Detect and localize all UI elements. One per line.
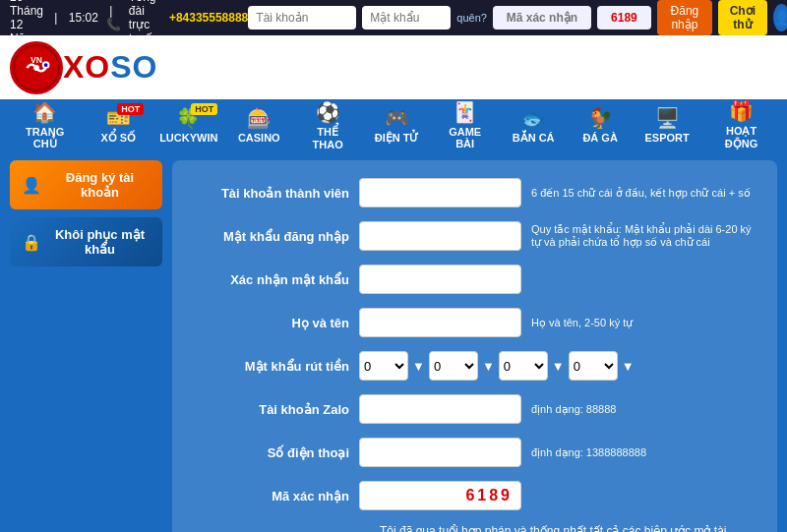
- nav-item-banca[interactable]: 🐟 BẮN CÁ: [500, 99, 567, 150]
- withdraw-password-label: Mật khẩu rút tiền: [192, 359, 349, 374]
- nav-label-esport: ESPORT: [645, 132, 690, 144]
- withdraw-digit-3[interactable]: 0123456789: [499, 351, 548, 381]
- zalo-field[interactable]: [359, 394, 521, 424]
- login-button[interactable]: Đăng nhập: [657, 0, 712, 35]
- confirm-password-row: Xác nhận mật khẩu: [192, 265, 757, 294]
- play-button[interactable]: Chơi thử: [718, 0, 767, 35]
- recover-sidebar-label: Khôi phục mật khẩu: [49, 227, 151, 257]
- time-display: 15:02: [69, 11, 98, 25]
- lock-icon: 🔒: [22, 233, 41, 252]
- nav-item-dientu[interactable]: 🎮 ĐIỆN TỬ: [363, 99, 430, 150]
- svg-point-2: [33, 65, 39, 71]
- sidebar: 👤 Đăng ký tài khoản 🔒 Khôi phục mật khẩu: [10, 160, 162, 532]
- logo-area: VN XOSO: [10, 41, 157, 94]
- nav-item-casino[interactable]: 🎰 CASINO: [225, 99, 292, 150]
- username-field[interactable]: [359, 178, 521, 207]
- terms-label: Tôi đã qua tuổi hợp pháp và thống nhất t…: [380, 524, 757, 532]
- withdraw-digit-4[interactable]: 0123456789: [569, 351, 618, 381]
- username-hint: 6 đến 15 chữ cái ở đầu, kết hợp chữ cái …: [531, 187, 757, 200]
- captcha-input-top[interactable]: [493, 6, 591, 30]
- nav-item-trangchu[interactable]: 🏠 TRANG CHỦ: [5, 99, 85, 150]
- nav-label-dientu: ĐIỆN TỬ: [375, 132, 419, 145]
- zalo-hint: định dạng: 88888: [531, 403, 757, 416]
- phone-label: Số điện thoại: [192, 445, 349, 460]
- banca-icon: 🐟: [521, 106, 546, 130]
- fullname-field[interactable]: [359, 308, 521, 337]
- logo-text: XOSO: [63, 49, 157, 86]
- captcha-label: Mã xác nhận: [192, 489, 349, 503]
- nav-item-esport[interactable]: 🖥️ ESPORT: [634, 99, 700, 150]
- daga-icon: 🐓: [588, 106, 613, 130]
- logo-circle: VN: [10, 41, 63, 94]
- forgot-link[interactable]: quên?: [456, 12, 487, 24]
- withdraw-password-row: Mật khẩu rút tiền 0123456789 ▼ 012345678…: [192, 351, 757, 381]
- nav-item-hoatdong[interactable]: 🎁 HOẠT ĐỘNG: [700, 99, 782, 150]
- withdraw-digit-1[interactable]: 0123456789: [359, 351, 408, 381]
- top-bar: Ngày 26 Tháng 12 Năm 2023 | 15:02 | 📞 Tổ…: [0, 0, 787, 35]
- register-icon: 👤: [22, 176, 41, 195]
- nav-item-thethao[interactable]: ⚽ THỂ THAO: [292, 99, 363, 150]
- hotline-label: Tổng đài trực tuyến:: [129, 0, 161, 45]
- zalo-row: Tài khoản Zalo định dạng: 88888: [192, 394, 757, 424]
- dientu-icon: 🎮: [385, 106, 409, 130]
- thethao-icon: ⚽: [316, 100, 340, 124]
- password-label: Mật khẩu đăng nhập: [192, 229, 349, 244]
- user-icon: 👤: [773, 4, 787, 31]
- xoso-badge: HOT: [117, 103, 144, 115]
- terms-row: Tôi đã qua tuổi hợp pháp và thống nhất t…: [192, 524, 757, 532]
- form-area: Tài khoản thành viên 6 đến 15 chữ cái ở …: [172, 160, 777, 532]
- register-sidebar-button[interactable]: 👤 Đăng ký tài khoản: [10, 160, 162, 209]
- withdraw-digit-2[interactable]: 0123456789: [429, 351, 478, 381]
- nav-label-xoso: XỔ SỐ: [100, 132, 136, 145]
- top-bar-right: quên? Đăng nhập Chơi thử 👤 Đăng ký: [248, 0, 787, 35]
- password-field[interactable]: [359, 221, 521, 251]
- nav-label-daga: ĐÁ GÀ: [582, 132, 617, 144]
- nav-label-casino: CASINO: [238, 132, 280, 144]
- nav-label-trangchu: TRANG CHỦ: [15, 126, 75, 150]
- phone-field[interactable]: [359, 438, 521, 467]
- nav-item-daga[interactable]: 🐓 ĐÁ GÀ: [567, 99, 634, 150]
- nav-item-xoso[interactable]: HOT 🎫 XỔ SỐ: [85, 99, 151, 150]
- nav-item-gambai[interactable]: 🃏 GAME BÀI: [430, 99, 500, 150]
- register-sidebar-label: Đăng ký tài khoản: [49, 170, 151, 200]
- username-row: Tài khoản thành viên 6 đến 15 chữ cái ở …: [192, 178, 757, 207]
- casino-icon: 🎰: [247, 106, 272, 130]
- username-label: Tài khoản thành viên: [192, 186, 349, 201]
- phone-hint: định dạng: 1388888888: [531, 446, 757, 459]
- confirm-password-label: Xác nhận mật khẩu: [192, 272, 349, 287]
- fullname-hint: Họ và tên, 2-50 ký tự: [531, 317, 757, 329]
- password-input[interactable]: [362, 6, 451, 30]
- nav-label-luckywin: LUCKYWIN: [159, 132, 217, 144]
- nav-label-thethao: THỂ THAO: [302, 126, 353, 150]
- captcha-row: Mã xác nhận 6189: [192, 481, 757, 510]
- nav-label-banca: BẮN CÁ: [513, 132, 555, 145]
- logo-bar: VN XOSO: [0, 35, 787, 99]
- withdrawal-selects: 0123456789 ▼ 0123456789 ▼ 0123456789 ▼ 0…: [359, 351, 635, 381]
- esport-icon: 🖥️: [655, 106, 680, 130]
- zalo-label: Tài khoản Zalo: [192, 402, 349, 417]
- account-input[interactable]: [248, 6, 356, 30]
- nav-label-hoatdong: HOẠT ĐỘNG: [710, 125, 772, 150]
- recover-sidebar-button[interactable]: 🔒 Khôi phục mật khẩu: [10, 217, 162, 266]
- fullname-row: Họ và tên Họ và tên, 2-50 ký tự: [192, 308, 757, 337]
- captcha-display: 6189: [359, 481, 521, 510]
- luckywin-badge: HOT: [191, 103, 217, 115]
- svg-point-4: [44, 63, 48, 67]
- hoatdong-icon: 🎁: [729, 99, 754, 123]
- fullname-label: Họ và tên: [192, 316, 349, 330]
- nav-item-luckywin[interactable]: HOT 🍀 LUCKYWIN: [151, 99, 225, 150]
- password-hint: Quy tắc mật khẩu: Mật khẩu phải dài 6-20…: [531, 223, 757, 249]
- captcha-code: 6189: [465, 487, 513, 504]
- hotline-link[interactable]: +84335558888: [169, 11, 248, 25]
- home-icon: 🏠: [32, 100, 57, 124]
- phone-row: Số điện thoại định dạng: 1388888888: [192, 438, 757, 467]
- password-row: Mật khẩu đăng nhập Quy tắc mật khẩu: Mật…: [192, 221, 757, 251]
- gambai-icon: 🃏: [453, 100, 477, 124]
- confirm-password-field[interactable]: [359, 265, 521, 294]
- main-content: 👤 Đăng ký tài khoản 🔒 Khôi phục mật khẩu…: [0, 150, 787, 532]
- nav-label-gambai: GAME BÀI: [440, 126, 490, 149]
- captcha-value-top: [597, 6, 651, 30]
- nav-bar: 🏠 TRANG CHỦ HOT 🎫 XỔ SỐ HOT 🍀 LUCKYWIN 🎰…: [0, 99, 787, 150]
